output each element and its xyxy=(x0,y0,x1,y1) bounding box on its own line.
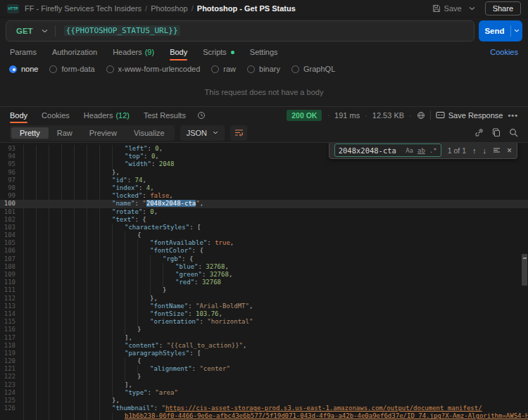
find-next-icon[interactable]: ↓ xyxy=(482,146,486,155)
response-tab-headers[interactable]: Headers (12) xyxy=(84,107,130,123)
tab-params[interactable]: Params xyxy=(10,44,37,61)
breadcrumb-collection[interactable]: FF - Firefly Services Tech Insiders xyxy=(25,4,142,13)
radio-binary[interactable]: binary xyxy=(247,65,280,73)
tab-scripts[interactable]: Scripts xyxy=(203,44,234,61)
response-tabs: Body Cookies Headers (12) Test Results 2… xyxy=(0,107,528,123)
response-body-viewer[interactable]: Aa ab .* 1 of 1 ↑ ↓ × 93"left": 0,94"top… xyxy=(0,142,528,420)
method-label: GET xyxy=(16,27,33,35)
match-case-icon[interactable]: Aa xyxy=(406,147,413,154)
body-type-options: none form-data x-www-form-urlencoded raw… xyxy=(0,61,528,77)
tab-authorization[interactable]: Authorization xyxy=(52,44,97,61)
code-line: 122} xyxy=(0,373,528,381)
send-button-label: Send xyxy=(479,27,510,35)
response-headers-count-badge: (12) xyxy=(115,111,130,120)
code-line: 118"content": "{{call_to_action}}", xyxy=(0,342,528,350)
response-time[interactable]: 191 ms xyxy=(334,111,360,120)
code-line: 101"rotate": 0, xyxy=(0,208,528,216)
header-actions: Save Share xyxy=(429,1,521,15)
code-line: 110"red": 32768 xyxy=(0,279,528,286)
send-options-chevron-icon[interactable] xyxy=(511,29,522,32)
save-options-chevron-icon[interactable] xyxy=(467,4,477,13)
copy-icon[interactable] xyxy=(492,128,501,137)
find-results-count: 1 of 1 xyxy=(448,146,466,155)
breadcrumb-folder[interactable]: Photoshop xyxy=(151,4,188,13)
code-line: 113"fontName": "Arial-BoldMT", xyxy=(0,303,528,310)
find-input[interactable] xyxy=(339,146,401,155)
find-close-icon[interactable]: × xyxy=(507,146,512,155)
whole-word-icon[interactable]: ab xyxy=(417,147,425,154)
response-size[interactable]: 12.53 KB xyxy=(372,111,404,120)
view-mode-visualize[interactable]: Visualize xyxy=(125,127,173,139)
scrollbar-thumb[interactable] xyxy=(522,254,527,286)
code-line: 125}, xyxy=(0,397,528,405)
find-in-lines-icon[interactable] xyxy=(493,147,501,153)
wrap-text-icon[interactable] xyxy=(230,125,247,141)
url-variable[interactable]: {{PHOTOSHOP_STATUS_URL}} xyxy=(64,25,180,36)
url-input[interactable]: GET {{PHOTOSHOP_STATUS_URL}} xyxy=(6,20,474,42)
response-tab-test-results[interactable]: Test Results xyxy=(144,107,186,123)
search-match-marker xyxy=(523,257,527,259)
cookies-link[interactable]: Cookies xyxy=(490,48,518,56)
response-history-icon[interactable] xyxy=(197,111,206,120)
tab-settings[interactable]: Settings xyxy=(250,44,278,61)
code-line: 108"blue": 32768, xyxy=(0,263,528,271)
code-line: 112}, xyxy=(0,295,528,303)
tab-body[interactable]: Body xyxy=(170,44,187,61)
divider xyxy=(55,25,56,37)
save-button[interactable]: Save xyxy=(429,2,465,15)
regex-icon[interactable]: .* xyxy=(429,147,437,154)
radio-none[interactable]: none xyxy=(9,65,38,73)
more-options-icon[interactable]: ••• xyxy=(508,111,518,120)
http-collection-icon: HTTP xyxy=(7,4,19,13)
status-badge[interactable]: 200 OK xyxy=(287,110,322,121)
code-line: 100"name": "2048x2048-cta", xyxy=(0,200,528,208)
request-tabs: Params Authorization Headers (9) Body Sc… xyxy=(0,44,528,61)
search-icon[interactable] xyxy=(509,128,518,137)
request-header: HTTP FF - Firefly Services Tech Insiders… xyxy=(0,0,528,18)
view-mode-raw[interactable]: Raw xyxy=(49,127,81,139)
language-selector[interactable]: JSON xyxy=(180,125,225,141)
save-response-button[interactable]: Save Response xyxy=(436,111,503,120)
view-mode-pretty[interactable]: Pretty xyxy=(11,127,49,139)
code-line: 99"locked": false, xyxy=(0,192,528,200)
response-toolbar: Pretty Raw Preview Visualize JSON xyxy=(0,123,528,142)
find-panel: Aa ab .* 1 of 1 ↑ ↓ × xyxy=(329,142,517,159)
code-line: 97"id": 74, xyxy=(0,177,528,184)
response-tab-cookies[interactable]: Cookies xyxy=(42,107,70,123)
radio-icon xyxy=(291,65,299,73)
code-line: 119"paragraphStyles": [ xyxy=(0,350,528,357)
radio-form-data[interactable]: form-data xyxy=(49,65,94,73)
radio-x-www-form-urlencoded[interactable]: x-www-form-urlencoded xyxy=(106,65,201,73)
code-line: 105"fontAvailable": true, xyxy=(0,239,528,247)
network-info-icon[interactable] xyxy=(417,111,425,120)
code-line: 124"type": "area" xyxy=(0,389,528,397)
language-chevron-down-icon xyxy=(213,131,218,134)
save-response-icon xyxy=(436,111,445,119)
breadcrumb-request-title: Photoshop - Get PS Status xyxy=(197,4,296,13)
radio-graphql[interactable]: GraphQL xyxy=(291,65,335,73)
code-line: 102"text": { xyxy=(0,216,528,224)
headers-count-badge: (9) xyxy=(145,48,154,56)
radio-icon xyxy=(49,65,57,73)
scrollbar[interactable] xyxy=(520,143,528,420)
send-button[interactable]: Send xyxy=(479,20,522,42)
share-button[interactable]: Share xyxy=(485,1,521,15)
method-selector[interactable]: GET xyxy=(6,27,55,35)
view-mode-segmented-control: Pretty Raw Preview Visualize xyxy=(10,125,175,141)
code-line: 104{ xyxy=(0,231,528,239)
app: HTTP FF - Firefly Services Tech Insiders… xyxy=(0,0,528,420)
radio-icon xyxy=(211,65,219,73)
tab-headers[interactable]: Headers (9) xyxy=(113,44,154,61)
link-icon[interactable] xyxy=(474,128,484,137)
find-input-wrapper: Aa ab .* xyxy=(334,144,441,157)
method-chevron-down-icon xyxy=(42,29,48,33)
view-mode-preview[interactable]: Preview xyxy=(81,127,125,139)
scripts-dot-indicator xyxy=(231,51,234,54)
response-tab-body[interactable]: Body xyxy=(10,107,27,123)
radio-raw[interactable]: raw xyxy=(211,65,236,73)
save-response-label: Save Response xyxy=(448,111,503,120)
find-previous-icon[interactable]: ↑ xyxy=(472,146,477,155)
code-line: 116} xyxy=(0,326,528,333)
breadcrumb: FF - Firefly Services Tech Insiders / Ph… xyxy=(25,4,296,13)
response-body-actions xyxy=(474,128,518,137)
